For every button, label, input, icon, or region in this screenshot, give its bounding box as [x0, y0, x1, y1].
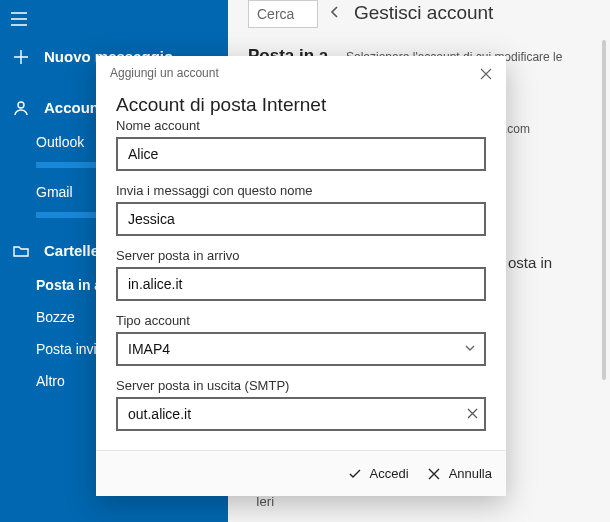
- plus-icon: [12, 49, 30, 65]
- dialog-title: Aggiungi un account: [96, 56, 506, 82]
- dialog-body: Account di posta Internet Nome account I…: [96, 82, 506, 450]
- label-outgoing-server: Server posta in uscita (SMTP): [116, 378, 486, 393]
- person-icon: [12, 100, 30, 116]
- select-account-type[interactable]: [116, 332, 486, 366]
- check-icon: [348, 467, 362, 481]
- yesterday-label: Ieri: [256, 494, 274, 509]
- input-send-name[interactable]: [116, 202, 486, 236]
- label-account-type: Tipo account: [116, 313, 486, 328]
- folder-icon: [12, 243, 30, 259]
- add-account-dialog: Aggiungi un account Account di posta Int…: [96, 56, 506, 496]
- settings-scrollbar[interactable]: [602, 40, 606, 380]
- manage-accounts-header: Gestisci account: [328, 2, 493, 24]
- accounts-label: Account: [44, 99, 104, 116]
- search-input[interactable]: Cerca: [248, 0, 318, 28]
- close-icon: [480, 68, 492, 80]
- folders-label: Cartelle: [44, 242, 99, 259]
- search-placeholder: Cerca: [257, 6, 294, 22]
- cancel-label: Annulla: [449, 466, 492, 481]
- signin-button[interactable]: Accedi: [348, 466, 409, 481]
- input-outgoing-server[interactable]: [116, 397, 486, 431]
- dialog-footer: Accedi Annulla: [96, 450, 506, 496]
- label-account-name: Nome account: [116, 118, 486, 133]
- cancel-button[interactable]: Annulla: [427, 466, 492, 481]
- clear-input-button[interactable]: [467, 406, 478, 422]
- hamburger-icon: [10, 10, 28, 28]
- posta-in-fragment: osta in: [508, 254, 552, 271]
- close-button[interactable]: [476, 64, 496, 84]
- label-send-name: Invia i messaggi con questo nome: [116, 183, 486, 198]
- cancel-icon: [427, 467, 441, 481]
- x-icon: [467, 408, 478, 419]
- svg-point-0: [18, 102, 24, 108]
- hamburger-menu[interactable]: [0, 4, 228, 38]
- back-icon[interactable]: [328, 2, 342, 24]
- signin-label: Accedi: [370, 466, 409, 481]
- outlook-sync-bar: [36, 162, 96, 168]
- dialog-heading: Account di posta Internet: [116, 94, 486, 116]
- label-incoming-server: Server posta in arrivo: [116, 248, 486, 263]
- manage-accounts-title: Gestisci account: [354, 2, 493, 24]
- input-account-name[interactable]: [116, 137, 486, 171]
- gmail-sync-bar: [36, 212, 96, 218]
- input-incoming-server[interactable]: [116, 267, 486, 301]
